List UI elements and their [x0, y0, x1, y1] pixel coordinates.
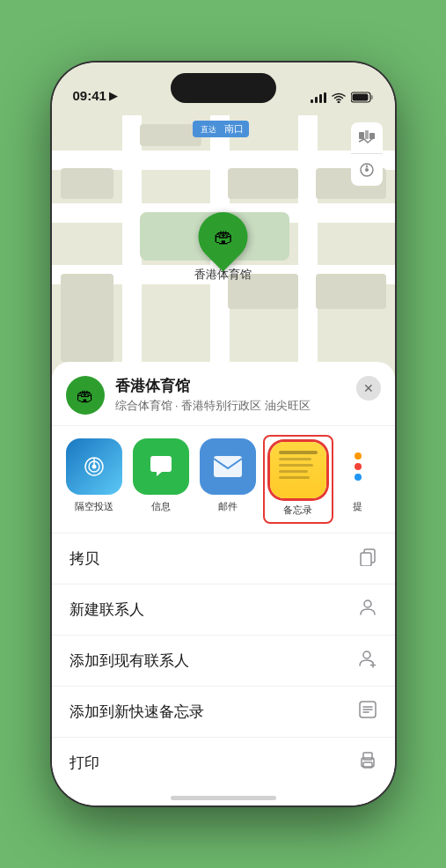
share-item-messages[interactable]: 信息 — [133, 438, 189, 520]
copy-label: 拷贝 — [69, 548, 99, 569]
svg-rect-0 — [311, 99, 313, 103]
bottom-sheet: 🏟 香港体育馆 综合体育馆 · 香港特别行政区 油尖旺区 ✕ — [52, 362, 395, 805]
person-add-icon — [358, 649, 377, 673]
mail-icon — [200, 438, 256, 495]
venue-name: 香港体育馆 — [115, 376, 346, 396]
svg-rect-8 — [365, 130, 369, 139]
status-icons — [311, 92, 374, 103]
svg-rect-28 — [363, 753, 372, 760]
svg-rect-3 — [324, 92, 326, 103]
compass-icon — [359, 162, 375, 178]
battery-icon — [351, 92, 374, 103]
add-notes-label: 添加到新快速备忘录 — [69, 702, 204, 722]
svg-rect-1 — [315, 97, 318, 103]
share-row: 隔空投送 信息 — [52, 426, 395, 533]
copy-icon — [358, 547, 377, 570]
share-item-airdrop[interactable]: 隔空投送 — [66, 438, 122, 520]
svg-point-19 — [364, 600, 371, 607]
svg-rect-5 — [370, 95, 373, 99]
airdrop-icon — [66, 438, 122, 495]
share-item-notes[interactable]: 备忘录 — [267, 438, 330, 520]
print-icon — [358, 751, 377, 775]
map-type-icon — [358, 129, 376, 147]
signal-icon — [311, 92, 326, 103]
home-indicator — [171, 796, 276, 800]
action-add-existing[interactable]: 添加到现有联系人 — [52, 636, 395, 687]
notes-icon — [270, 442, 326, 498]
time-display: 09:41 — [73, 88, 106, 103]
location-card: 🏟 香港体育馆 综合体育馆 · 香港特别行政区 油尖旺区 ✕ — [52, 362, 395, 426]
notes-label: 备忘录 — [283, 504, 312, 517]
print-label: 打印 — [69, 753, 99, 773]
svg-rect-18 — [361, 553, 371, 566]
phone-screen: 09:41 ▶ — [52, 63, 395, 805]
status-time: 09:41 ▶ — [73, 88, 117, 103]
messages-icon — [133, 438, 189, 495]
new-contact-label: 新建联系人 — [69, 600, 144, 620]
messages-label: 信息 — [151, 500, 171, 513]
wifi-icon — [332, 92, 346, 103]
add-existing-label: 添加到现有联系人 — [69, 651, 189, 671]
quick-note-icon — [358, 700, 377, 724]
location-button[interactable] — [351, 154, 383, 186]
action-print[interactable]: 打印 — [52, 738, 395, 788]
mail-label: 邮件 — [218, 500, 238, 513]
location-arrow-icon: ▶ — [109, 90, 117, 102]
map-label: 直达 南口 — [193, 121, 249, 137]
venue-icon: 🏟 — [66, 376, 105, 415]
svg-point-11 — [365, 168, 369, 172]
airdrop-label: 隔空投送 — [75, 500, 113, 513]
pin-icon: 🏟 — [188, 202, 258, 271]
location-pin: 🏟 香港体育馆 — [194, 212, 252, 283]
svg-rect-2 — [319, 94, 322, 103]
person-icon — [358, 598, 377, 622]
more-label: 提 — [353, 500, 362, 513]
map-type-button[interactable] — [351, 122, 383, 154]
dynamic-island — [171, 73, 276, 103]
map-controls — [351, 122, 383, 186]
svg-point-20 — [363, 651, 370, 658]
venue-desc: 综合体育馆 · 香港特别行政区 油尖旺区 — [115, 398, 346, 414]
svg-rect-16 — [214, 456, 242, 477]
action-add-notes[interactable]: 添加到新快速备忘录 — [52, 687, 395, 738]
svg-rect-7 — [359, 132, 364, 139]
share-item-mail[interactable]: 邮件 — [200, 438, 256, 520]
share-item-more[interactable]: 提 — [340, 438, 376, 520]
action-new-contact[interactable]: 新建联系人 — [52, 585, 395, 636]
more-icon — [340, 438, 376, 495]
svg-rect-6 — [352, 94, 368, 101]
phone-frame: 09:41 ▶ — [52, 63, 395, 805]
close-button[interactable]: ✕ — [356, 376, 381, 401]
action-copy[interactable]: 拷贝 — [52, 533, 395, 585]
location-info: 香港体育馆 综合体育馆 · 香港特别行政区 油尖旺区 — [115, 376, 346, 414]
